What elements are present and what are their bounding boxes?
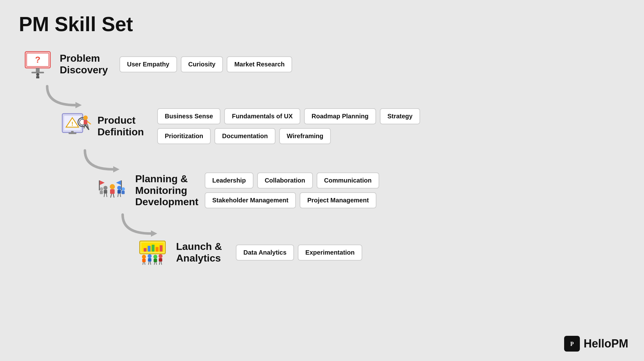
svg-line-62 [145,262,145,265]
svg-rect-36 [118,190,121,194]
svg-text:!: ! [71,121,73,127]
svg-text:P: P [570,341,574,347]
tags-problem-discovery: User Empathy Curiosity Market Research [119,56,625,72]
section-title-launch-analytics: Launch &Analytics [173,241,236,264]
svg-line-68 [161,262,162,265]
svg-rect-54 [142,259,146,262]
tag-documentation: Documentation [214,128,275,144]
section-title-planning-monitoring: Planning &MonitoringDevelopment [132,173,205,208]
diagram: ? ProblemDiscovery User Empathy Curiosit… [19,48,625,271]
arrow-1 [38,83,625,108]
svg-point-53 [142,255,146,259]
svg-text:?: ? [35,55,40,65]
svg-point-33 [100,187,103,191]
svg-rect-56 [148,258,151,262]
svg-line-43 [118,194,119,197]
svg-rect-49 [148,246,151,251]
tag-project-management: Project Management [300,192,376,208]
svg-rect-30 [110,189,115,194]
svg-point-35 [117,186,121,190]
svg-rect-3 [36,68,40,72]
svg-rect-32 [104,190,107,194]
tag-stakeholder-management: Stakeholder Management [205,192,296,208]
tag-data-analytics: Data Analytics [236,245,294,261]
svg-rect-18 [84,120,87,124]
arrow-3 [113,212,625,237]
svg-point-31 [103,186,108,190]
svg-line-67 [159,262,160,265]
tag-user-empathy: User Empathy [119,56,177,72]
product-definition-icon: ! [57,110,94,142]
svg-line-19 [87,121,91,124]
launch-analytics-icon [132,237,173,268]
svg-line-64 [150,262,151,265]
section-title-problem-discovery: ProblemDiscovery [57,53,119,76]
tag-roadmap-planning: Roadmap Planning [304,108,376,124]
svg-point-59 [158,254,163,258]
brand-logo-icon: P [564,336,580,352]
svg-rect-60 [159,258,162,262]
svg-marker-28 [116,180,121,185]
svg-line-61 [143,262,143,265]
svg-line-65 [154,262,155,265]
svg-rect-25 [99,180,100,190]
tags-planning-monitoring: Leadership Collaboration Communication S… [205,172,379,208]
page-title: PM Skill Set [19,13,625,36]
tag-fundamentals-ux: Fundamentals of UX [224,108,300,124]
svg-point-55 [148,254,152,258]
svg-rect-48 [144,248,147,251]
svg-line-42 [106,194,107,197]
svg-point-5 [36,73,39,76]
svg-rect-50 [152,245,154,251]
svg-rect-38 [121,191,125,194]
tag-collaboration: Collaboration [257,172,313,189]
section-product-definition: ! ProductDefinition Business [57,108,625,144]
svg-point-57 [153,255,158,259]
problem-discovery-icon: ? [19,48,57,80]
svg-rect-52 [160,245,163,251]
svg-rect-34 [100,191,103,194]
svg-point-37 [121,187,125,191]
svg-point-29 [110,184,115,189]
tags-launch-analytics: Data Analytics Experimentation [236,245,362,261]
tag-market-research: Market Research [227,56,292,72]
branding: P HelloPM [564,336,628,352]
tag-prioritization: Prioritization [157,128,211,144]
svg-rect-58 [154,259,157,262]
svg-marker-9 [75,102,82,108]
section-launch-analytics: Launch &Analytics Data Analytics Experim… [132,237,625,268]
svg-line-44 [120,194,121,197]
svg-rect-23 [71,131,74,133]
tag-wireframing: Wireframing [279,128,331,144]
tag-experimentation: Experimentation [298,245,362,261]
brand-name: HelloPM [584,337,628,350]
arrow-2 [75,147,625,172]
tag-strategy: Strategy [380,108,420,124]
tag-communication: Communication [317,172,379,189]
svg-marker-26 [100,180,104,185]
section-problem-discovery: ? ProblemDiscovery User Empathy Curiosit… [19,48,625,80]
section-planning-monitoring: Planning &MonitoringDevelopment Leadersh… [94,172,625,208]
tag-business-sense: Business Sense [157,108,220,124]
svg-line-41 [104,194,105,197]
svg-line-66 [156,262,157,265]
section-title-product-definition: ProductDefinition [94,115,157,138]
tag-leadership: Leadership [205,172,253,189]
svg-line-20 [84,124,85,128]
tags-product-definition: Business Sense Fundamentals of UX Roadma… [157,108,420,144]
svg-rect-51 [156,247,158,252]
planning-monitoring-icon [94,175,132,206]
svg-line-63 [148,262,149,265]
svg-line-39 [111,194,112,198]
svg-marker-24 [113,166,119,172]
svg-line-40 [113,194,114,198]
svg-marker-45 [151,230,157,237]
svg-point-17 [83,116,88,120]
tag-curiosity: Curiosity [181,56,223,72]
